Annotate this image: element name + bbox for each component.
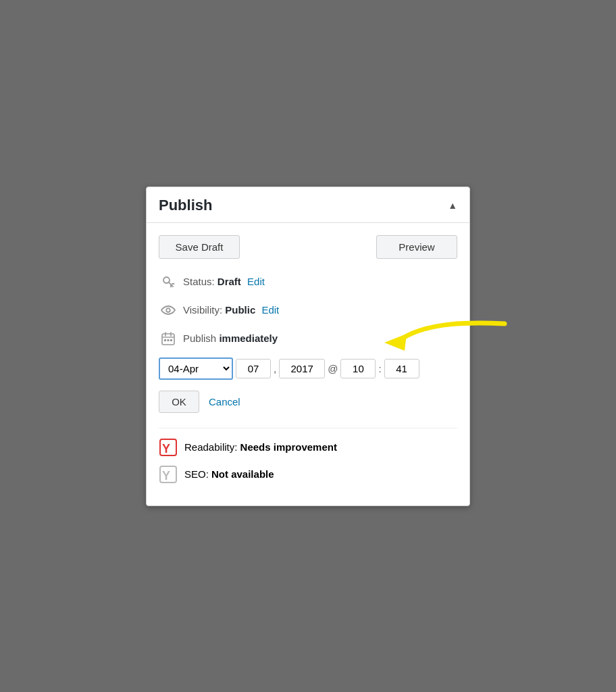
status-row: Status: Draft Edit [159,272,457,291]
collapse-icon[interactable]: ▲ [448,200,457,211]
yoast-seo-icon: Y [159,465,178,484]
colon-separator: : [378,363,381,374]
visibility-edit-link[interactable]: Edit [261,304,279,316]
ok-button[interactable]: OK [159,391,199,413]
status-label-text: Status: [183,276,217,287]
separator-comma: , [274,363,276,374]
yoast-readability-icon: Y [159,438,178,457]
year-input[interactable] [279,359,325,378]
eye-icon [159,301,178,320]
svg-point-4 [166,308,170,312]
publish-label: Publish [183,332,219,344]
at-symbol: @ [328,363,338,374]
svg-rect-11 [170,339,172,341]
day-input[interactable] [236,359,271,378]
calendar-icon [159,329,178,348]
seo-row: Y SEO: Not available [159,465,457,484]
preview-button[interactable]: Preview [376,235,457,259]
seo-text: SEO: Not available [184,468,274,480]
save-draft-button[interactable]: Save Draft [159,235,240,259]
panel-title: Publish [159,197,212,214]
seo-value: Not available [211,468,274,480]
publish-value: immediately [219,332,278,344]
status-label: Status: Draft Edit [183,276,265,287]
readability-text: Readability: Needs improvement [184,441,337,453]
panel-body: Save Draft Preview Status: Draft Edit [147,223,469,505]
publish-immediately-row: Publish immediately [159,329,457,348]
status-edit-link[interactable]: Edit [247,276,265,287]
readability-value: Needs improvement [240,441,337,453]
svg-marker-12 [384,334,407,351]
visibility-value: Public [225,304,255,316]
panel-header: Publish ▲ [147,187,469,223]
cancel-link[interactable]: Cancel [209,396,240,407]
key-icon [159,272,178,291]
readability-label: Readability: [184,441,240,453]
visibility-label: Visibility: Public Edit [183,304,279,316]
svg-text:Y: Y [162,442,170,455]
divider [159,428,457,428]
svg-rect-10 [168,339,170,341]
month-select[interactable]: 01-Jan 02-Feb 03-Mar 04-Apr 05-May 06-Ju… [159,357,233,380]
ok-cancel-row: OK Cancel [159,391,457,413]
button-row: Save Draft Preview [159,235,457,259]
status-value: Draft [217,276,241,287]
publish-panel: Publish ▲ Save Draft Preview Status: Dra… [146,187,470,506]
readability-row: Y Readability: Needs improvement [159,438,457,457]
svg-text:Y: Y [162,469,170,483]
arrow-annotation [356,317,511,364]
svg-rect-9 [164,339,166,341]
visibility-label-text: Visibility: [183,304,225,316]
seo-label: SEO: [184,468,211,480]
publish-immediately-text: Publish immediately [183,332,278,344]
